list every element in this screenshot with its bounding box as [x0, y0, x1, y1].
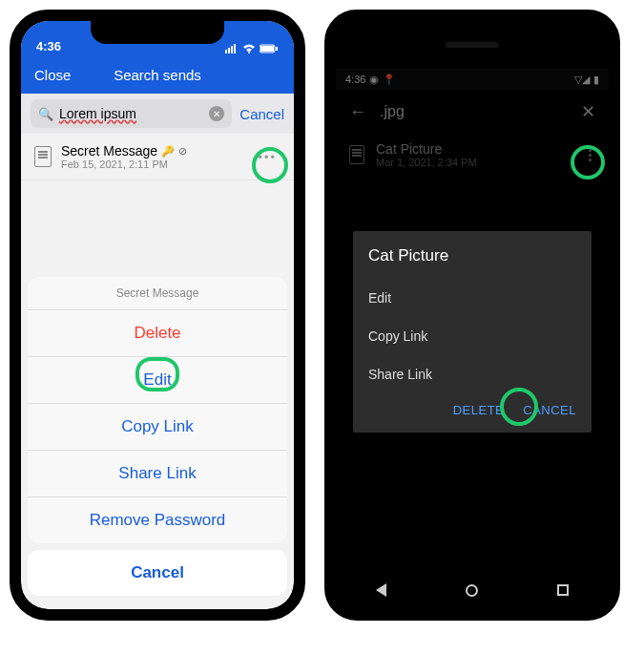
ios-action-sheet: Secret Message Delete Edit Copy Link Sha…	[28, 277, 287, 602]
share-link-button[interactable]: Share Link	[368, 355, 576, 393]
svg-point-4	[248, 52, 250, 53]
list-item[interactable]: Secret Message 🔑 ⊘ Feb 15, 2021, 2:11 PM…	[21, 134, 294, 180]
edit-button[interactable]: Edit	[368, 279, 576, 317]
delete-button[interactable]: DELETE	[453, 403, 505, 417]
battery-icon	[260, 44, 279, 53]
ios-screen: 4:36 Close Search sends 🔍 Lorem ipsum ✕ …	[21, 21, 294, 609]
ios-status-indicators	[225, 44, 279, 53]
action-sheet-title: Secret Message	[28, 277, 287, 310]
edit-button[interactable]: Edit	[28, 357, 287, 404]
search-text: Lorem ipsum	[59, 106, 203, 121]
nav-home-button[interactable]	[466, 584, 478, 597]
delete-button[interactable]: Delete	[28, 310, 287, 357]
wifi-icon	[242, 44, 256, 53]
list-item-text: Secret Message 🔑 ⊘ Feb 15, 2021, 2:11 PM	[61, 143, 244, 170]
iphone-device-frame: 4:36 Close Search sends 🔍 Lorem ipsum ✕ …	[10, 10, 305, 621]
clear-icon[interactable]: ✕	[209, 106, 224, 121]
share-link-button[interactable]: Share Link	[28, 451, 287, 497]
copy-link-button[interactable]: Copy Link	[368, 317, 576, 355]
svg-rect-0	[225, 50, 227, 53]
svg-rect-6	[260, 46, 274, 52]
file-icon	[34, 146, 52, 167]
ios-status-time: 4:36	[36, 39, 61, 53]
android-device-frame: 4:36 ◉ 📍 ▽◢ ▮ ← .jpg ✕ Cat Picture Mar 1…	[324, 10, 620, 621]
nav-back-button[interactable]	[376, 583, 386, 597]
ios-nav-bar: Close Search sends	[21, 55, 294, 94]
item-date: Feb 15, 2021, 2:11 PM	[61, 158, 244, 170]
close-button[interactable]: Close	[34, 67, 71, 83]
search-cancel-button[interactable]: Cancel	[239, 106, 284, 122]
item-name: Secret Message	[61, 143, 157, 158]
cancel-button[interactable]: CANCEL	[523, 403, 576, 417]
android-nav-bar	[336, 571, 609, 609]
nav-recents-button[interactable]	[557, 584, 569, 596]
more-options-button[interactable]: •••	[254, 146, 280, 168]
svg-rect-7	[276, 47, 278, 51]
iphone-notch	[91, 21, 224, 44]
android-dialog: Cat Picture Edit Copy Link Share Link DE…	[353, 231, 592, 433]
cancel-button[interactable]: Cancel	[28, 550, 287, 596]
dialog-title: Cat Picture	[368, 246, 576, 265]
svg-rect-1	[228, 48, 230, 53]
disabled-icon: ⊘	[178, 145, 187, 158]
search-input[interactable]: 🔍 Lorem ipsum ✕	[31, 99, 232, 128]
copy-link-button[interactable]: Copy Link	[28, 404, 287, 451]
android-screen: 4:36 ◉ 📍 ▽◢ ▮ ← .jpg ✕ Cat Picture Mar 1…	[336, 21, 609, 609]
search-icon: 🔍	[38, 107, 53, 121]
ios-search-bar: 🔍 Lorem ipsum ✕ Cancel	[21, 94, 294, 134]
signal-icon	[225, 44, 239, 53]
key-icon: 🔑	[161, 145, 175, 158]
svg-rect-3	[234, 44, 236, 53]
remove-password-button[interactable]: Remove Password	[28, 497, 287, 543]
svg-rect-2	[231, 46, 233, 53]
